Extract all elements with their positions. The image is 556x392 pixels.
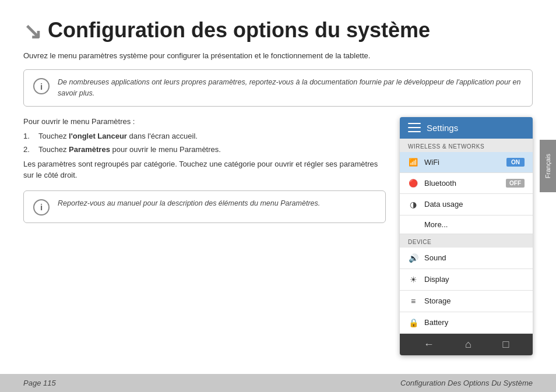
settings-navbar: ← ⌂ □ <box>400 334 533 355</box>
bluetooth-item[interactable]: 🔴 Bluetooth OFF <box>400 173 533 194</box>
page-container: ↘ Configuration des options du système O… <box>0 0 556 392</box>
title-row: ↘ Configuration des options du système <box>23 16 533 44</box>
data-usage-item[interactable]: ◑ Data usage <box>400 194 533 216</box>
language-tab: Français <box>540 140 556 192</box>
step-2-text: Touchez Paramètres pour ouvrir le menu P… <box>38 145 221 154</box>
storage-icon: ≡ <box>408 296 418 306</box>
footer-title: Configuration Des Options Du Système <box>400 379 533 387</box>
page-footer: Page 115 Configuration Des Options Du Sy… <box>0 374 556 392</box>
back-button[interactable]: ← <box>424 338 434 351</box>
step-2: 2. Touchez Paramètres pour ouvrir le men… <box>23 145 386 154</box>
info-box-1: i De nombreuses applications ont leurs p… <box>23 69 533 107</box>
step-1-text: Touchez l'onglet Lanceur dans l'écran ac… <box>38 132 198 140</box>
battery-item[interactable]: 🔒 Battery <box>400 312 533 334</box>
body-content: Pour ouvrir le menu Paramètres : 1. Touc… <box>23 117 533 363</box>
sound-item[interactable]: 🔊 Sound <box>400 248 533 269</box>
settings-panel: Settings WIRELESS & NETWORKS 📶 WiFi ON 🔴… <box>400 117 533 355</box>
device-section-label: DEVICE <box>400 234 533 248</box>
footer-page: Page 115 <box>23 379 56 387</box>
lang-tab-text: Français <box>544 154 551 178</box>
step-2-bold: Paramètres <box>69 145 110 154</box>
display-label: Display <box>424 275 525 284</box>
title-arrow-icon: ↘ <box>23 19 42 44</box>
home-button[interactable]: ⌂ <box>465 338 471 351</box>
subtitle: Ouvrez le menu paramètres système pour c… <box>23 51 533 60</box>
wifi-toggle[interactable]: ON <box>506 158 525 167</box>
bt-toggle[interactable]: OFF <box>506 179 525 188</box>
display-item[interactable]: ☀ Display <box>400 269 533 291</box>
wireless-section-label: WIRELESS & NETWORKS <box>400 139 533 152</box>
recents-button[interactable]: □ <box>502 338 509 351</box>
wifi-label: WiFi <box>424 158 501 167</box>
more-label: More... <box>424 220 448 229</box>
battery-icon: 🔒 <box>408 318 418 327</box>
more-item[interactable]: More... <box>400 216 533 234</box>
sound-label: Sound <box>424 253 525 262</box>
settings-header: Settings <box>400 117 533 139</box>
info-icon-1: i <box>33 78 50 94</box>
bluetooth-label: Bluetooth <box>424 179 500 188</box>
settings-header-icon <box>408 123 421 132</box>
steps-desc: Les paramètres sont regroupés par catégo… <box>23 158 386 181</box>
step-1-bold: l'onglet Lanceur <box>69 132 127 140</box>
battery-label: Battery <box>424 318 525 327</box>
info-text-1: De nombreuses applications ont leurs pro… <box>58 77 523 99</box>
right-column: Settings WIRELESS & NETWORKS 📶 WiFi ON 🔴… <box>400 117 533 363</box>
main-content: ↘ Configuration des options du système O… <box>0 0 556 374</box>
settings-header-title: Settings <box>427 123 458 133</box>
left-column: Pour ouvrir le menu Paramètres : 1. Touc… <box>23 117 386 363</box>
step-1: 1. Touchez l'onglet Lanceur dans l'écran… <box>23 132 386 140</box>
wifi-item[interactable]: 📶 WiFi ON <box>400 152 533 173</box>
storage-item[interactable]: ≡ Storage <box>400 291 533 312</box>
wifi-icon: 📶 <box>408 158 418 167</box>
step-1-num: 1. <box>23 132 34 140</box>
data-usage-label: Data usage <box>424 200 525 209</box>
data-usage-icon: ◑ <box>408 200 418 209</box>
info-icon-2: i <box>33 199 50 216</box>
steps-intro: Pour ouvrir le menu Paramètres : <box>23 117 386 126</box>
step-2-num: 2. <box>23 145 34 154</box>
info-text-2: Reportez-vous au manuel pour la descript… <box>58 198 320 209</box>
storage-label: Storage <box>424 296 525 305</box>
display-icon: ☀ <box>408 275 418 284</box>
bluetooth-icon: 🔴 <box>408 179 418 188</box>
info-box-2: i Reportez-vous au manuel pour la descri… <box>23 190 386 223</box>
sound-icon: 🔊 <box>408 253 418 263</box>
page-title: Configuration des options du système <box>48 19 430 42</box>
